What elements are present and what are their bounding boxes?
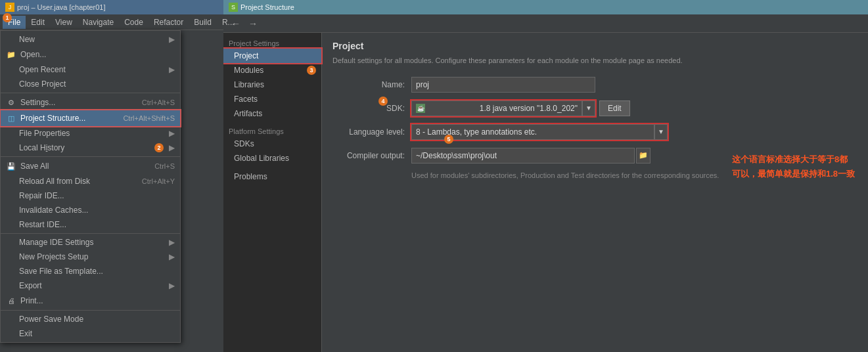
ps-sidebar-modules[interactable]: Modules 3	[223, 63, 321, 77]
ps-description: Default settings for all modules. Config…	[332, 55, 760, 66]
lang-number-badge: 5	[444, 135, 453, 144]
separator-4	[1, 310, 180, 311]
ps-section-project-settings: Project Settings	[223, 35, 321, 49]
ps-section-platform-settings: Platform Settings	[223, 121, 321, 137]
ps-sidebar-libraries[interactable]: Libraries	[223, 77, 321, 92]
menu-item-power-save-mode[interactable]: Power Save Mode	[1, 312, 180, 326]
menu-view[interactable]: View	[50, 16, 78, 29]
menu-file[interactable]: File 1	[3, 16, 26, 29]
menu-item-reload-all[interactable]: Reload All from Disk Ctrl+Alt+Y	[1, 174, 180, 188]
lang-label: Language level:	[332, 127, 411, 137]
menu-item-local-history[interactable]: Local History 2 ▶	[1, 141, 180, 155]
ps-toolbar: ← →	[223, 14, 868, 33]
menu-item-close-project[interactable]: Close Project	[1, 77, 180, 91]
app-icon-right: S	[229, 3, 238, 12]
menu-item-print[interactable]: 🖨 Print...	[1, 293, 180, 309]
ps-sidebar-facets[interactable]: Facets	[223, 92, 321, 106]
lang-level-row: Language level: 5 8 - Lambdas, type anno…	[332, 124, 857, 140]
menu-build[interactable]: Build	[189, 16, 217, 29]
window-title-right: Project Structure	[240, 3, 294, 11]
lang-dropdown-arrow[interactable]: ▼	[654, 124, 668, 140]
sdk-dropdown-arrow[interactable]: ▼	[582, 100, 595, 116]
menu-item-file-properties[interactable]: File Properties ▶	[1, 126, 180, 141]
menu-item-exit[interactable]: Exit	[1, 326, 180, 341]
name-row: Name: document.querySelector('[data-name…	[332, 77, 857, 93]
menu-item-project-structure[interactable]: ◫ Project Structure... Ctrl+Alt+Shift+S	[1, 110, 180, 126]
ps-main-panel: Project Default settings for all modules…	[322, 33, 868, 352]
modules-badge: 3	[307, 66, 316, 75]
menu-item-save-file-as-template[interactable]: Save File as Template...	[1, 264, 180, 278]
menu-item-open[interactable]: 📁 Open...	[1, 47, 180, 62]
sdk-value: 1.8 java version "1.8.0_202"	[480, 104, 578, 113]
compiler-label: Compiler output:	[332, 151, 411, 160]
menu-item-restart-ide[interactable]: Restart IDE...	[1, 217, 180, 232]
local-history-badge: 2	[154, 143, 164, 152]
separator-3	[1, 233, 180, 234]
window-title-left: proj – User.java [chapter01]	[17, 3, 106, 11]
ps-forward-btn[interactable]: →	[246, 17, 260, 30]
annotation-text: 这个语言标准选择大于等于8都 可以，最简单就是保持和1.8一致	[732, 154, 855, 179]
ps-sidebar-artifacts[interactable]: Artifacts	[223, 106, 321, 121]
menu-item-new-projects-setup[interactable]: New Projects Setup ▶	[1, 250, 180, 264]
menu-item-settings[interactable]: ⚙ Settings... Ctrl+Alt+S	[1, 95, 180, 110]
lang-value: 8 - Lambdas, type annotations etc.	[416, 127, 537, 137]
sdk-number-badge: 4	[378, 97, 388, 106]
menu-item-save-all[interactable]: 💾 Save All Ctrl+S	[1, 158, 180, 174]
menu-item-export[interactable]: Export ▶	[1, 278, 180, 293]
separator-2	[1, 156, 180, 157]
menu-run[interactable]: R...	[217, 16, 240, 29]
sdk-icon: ☕	[416, 104, 425, 113]
separator-1	[1, 93, 180, 93]
annotation-box: 这个语言标准选择大于等于8都 可以，最简单就是保持和1.8一致	[732, 152, 855, 181]
menu-code[interactable]: Code	[119, 16, 148, 29]
name-label: Name:	[332, 80, 411, 89]
ps-sidebar-global-libraries[interactable]: Global Libraries	[223, 151, 321, 165]
sdk-select[interactable]: ☕ 1.8 java version "1.8.0_202"	[411, 100, 582, 116]
menu-item-new[interactable]: New ▶	[1, 32, 180, 47]
name-input[interactable]	[411, 77, 595, 93]
ps-panel-title: Project	[332, 41, 857, 51]
gear-icon: ⚙	[6, 97, 16, 108]
print-icon: 🖨	[6, 296, 16, 306]
file-menu-badge: 1	[3, 13, 12, 22]
folder-icon: 📁	[6, 49, 16, 60]
menu-item-invalidate-caches[interactable]: Invalidate Caches...	[1, 203, 180, 217]
file-dropdown-menu: New ▶ 📁 Open... Open Recent ▶ Close Proj…	[0, 30, 181, 343]
ps-sidebar-sdks[interactable]: SDKs	[223, 137, 321, 151]
menu-item-manage-ide-settings[interactable]: Manage IDE Settings ▶	[1, 235, 180, 250]
save-icon: 💾	[6, 161, 16, 171]
compiler-folder-button[interactable]: 📁	[636, 148, 651, 164]
sdk-label: SDK:	[332, 104, 411, 113]
menu-refactor[interactable]: Refactor	[148, 16, 189, 29]
menu-navigate[interactable]: Navigate	[78, 16, 119, 29]
compiler-output-input[interactable]	[411, 148, 635, 164]
menu-item-open-recent[interactable]: Open Recent ▶	[1, 62, 180, 77]
ps-sidebar-project[interactable]: Project	[223, 49, 321, 63]
sdk-edit-button[interactable]: Edit	[599, 100, 630, 116]
ps-sidebar-problems[interactable]: Problems	[223, 165, 321, 184]
menu-edit[interactable]: Edit	[26, 16, 50, 29]
sdk-row: SDK: 4 ☕ 1.8 java version "1.8.0_202" ▼ …	[332, 100, 857, 116]
menu-item-repair-ide[interactable]: Repair IDE...	[1, 188, 180, 203]
app-icon-left: J	[5, 3, 14, 12]
structure-icon: ◫	[6, 113, 16, 123]
